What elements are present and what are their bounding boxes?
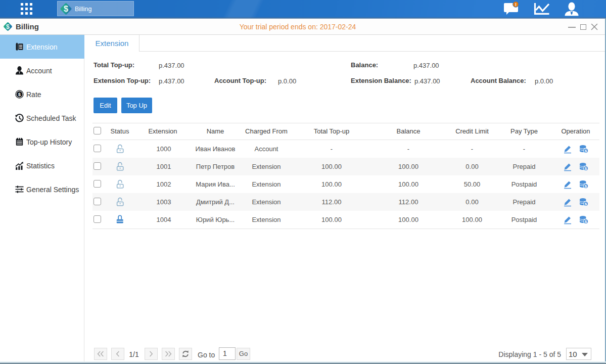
svg-text:$: $ (18, 92, 21, 97)
svg-text:!: ! (515, 2, 517, 7)
